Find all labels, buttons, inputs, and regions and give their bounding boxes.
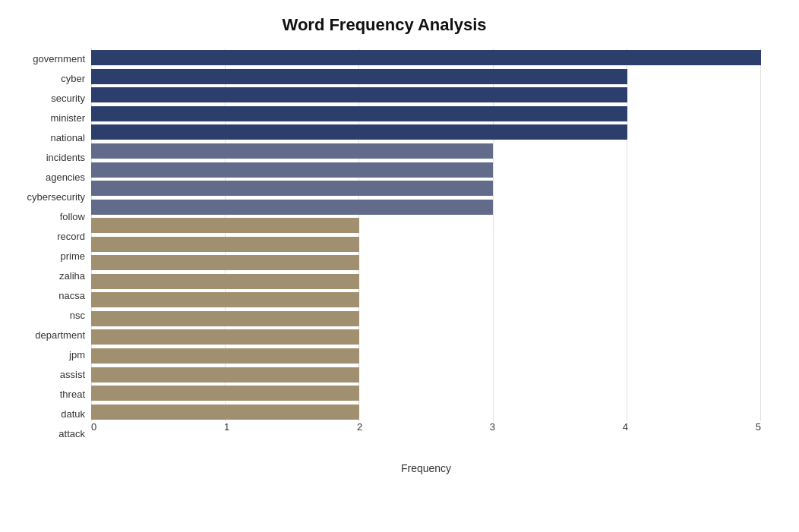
- y-label: security: [51, 89, 85, 107]
- y-label: assist: [60, 366, 85, 384]
- bar: [91, 181, 493, 196]
- bar: [91, 292, 359, 307]
- bar-row: [91, 86, 761, 104]
- y-label: follow: [60, 207, 85, 225]
- bars-area: 012345 Frequency: [91, 49, 761, 444]
- bar: [91, 311, 359, 326]
- y-label: department: [35, 326, 85, 345]
- y-label: zaliha: [59, 267, 85, 285]
- x-axis-label: Frequency: [91, 462, 761, 474]
- y-label: incidents: [46, 148, 85, 166]
- bar-row: [91, 253, 761, 272]
- y-label: attack: [58, 425, 85, 443]
- bar-row: [91, 403, 761, 421]
- bar-row: [91, 142, 761, 160]
- chart-title: Word Frequency Analysis: [8, 15, 761, 35]
- bars-wrapper: [91, 49, 761, 444]
- y-label: minister: [50, 109, 85, 127]
- bar-row: [91, 328, 761, 346]
- y-label: national: [50, 128, 85, 146]
- bar-row: [91, 123, 761, 141]
- bar: [91, 124, 627, 140]
- bar-row: [91, 179, 761, 197]
- bar: [91, 367, 359, 382]
- bar-row: [91, 310, 761, 328]
- y-label: prime: [60, 247, 85, 265]
- bar: [91, 218, 359, 233]
- bar-row: [91, 347, 761, 365]
- bar: [91, 106, 627, 121]
- y-label: record: [57, 227, 85, 245]
- bar: [91, 200, 493, 215]
- y-label: nsc: [70, 307, 85, 325]
- bar: [91, 50, 761, 65]
- bar: [91, 348, 359, 364]
- bar: [91, 162, 493, 178]
- y-label: cybersecurity: [27, 187, 85, 206]
- bar-row: [91, 384, 761, 402]
- y-label: agencies: [46, 168, 85, 186]
- bar-row: [91, 216, 761, 235]
- y-label: threat: [60, 386, 85, 404]
- bar: [91, 69, 627, 84]
- y-label: government: [33, 49, 85, 68]
- y-label: datuk: [61, 405, 85, 423]
- bar-row: [91, 198, 761, 216]
- bar: [91, 329, 359, 345]
- bar: [91, 405, 359, 420]
- bar: [91, 386, 359, 401]
- y-label: nacsa: [58, 287, 85, 305]
- bar: [91, 237, 359, 252]
- bar-row: [91, 235, 761, 253]
- bar: [91, 274, 359, 289]
- bar-row: [91, 68, 761, 86]
- bar: [91, 87, 627, 102]
- y-axis: governmentcybersecurityministernationali…: [8, 49, 91, 444]
- bar: [91, 255, 359, 270]
- bar-row: [91, 105, 761, 123]
- chart-container: Word Frequency Analysis governmentcybers…: [0, 0, 799, 532]
- y-label: jpm: [69, 346, 85, 364]
- bar-row: [91, 291, 761, 309]
- bar: [91, 143, 493, 159]
- bar-row: [91, 161, 761, 179]
- bar-row: [91, 272, 761, 291]
- bar-row: [91, 366, 761, 384]
- bar-row: [91, 49, 761, 67]
- y-label: cyber: [61, 69, 85, 87]
